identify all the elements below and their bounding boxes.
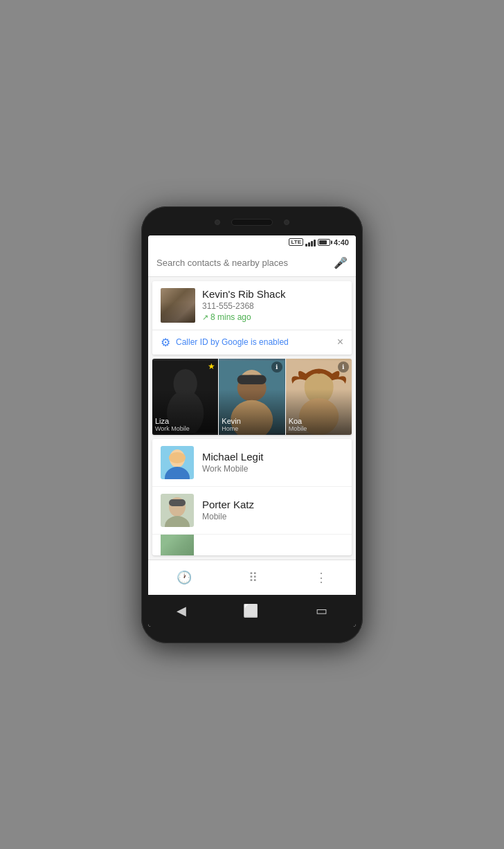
fav-type-kevin: Home bbox=[222, 425, 282, 432]
contact-name-porter: Porter Katz bbox=[202, 499, 343, 510]
recent-call-time: ↗ 8 mins ago bbox=[202, 312, 343, 322]
favorites-strip: Liza Work Mobile ★ bbox=[152, 359, 352, 435]
recent-call-name: Kevin's Rib Shack bbox=[202, 288, 343, 300]
info-badge-kevin[interactable]: ℹ bbox=[271, 361, 282, 373]
equalizer-icon: ⚙ bbox=[161, 336, 170, 349]
phone-device: LTE 4:40 🎤 bbox=[141, 206, 363, 643]
search-bar[interactable]: 🎤 bbox=[148, 249, 356, 277]
svg-rect-18 bbox=[169, 499, 186, 506]
contact-item-porter[interactable]: Porter Katz Mobile bbox=[152, 487, 352, 535]
favorite-item-kevin[interactable]: Kevin Home ℹ bbox=[219, 359, 285, 435]
info-badge-koa[interactable]: ℹ bbox=[338, 361, 349, 373]
caller-id-close-button[interactable]: × bbox=[337, 336, 343, 348]
fav-info-koa: Koa Mobile bbox=[289, 417, 349, 432]
favorite-item-liza[interactable]: Liza Work Mobile ★ bbox=[152, 359, 218, 435]
recent-call-row: Kevin's Rib Shack 311-555-2368 ↗ 8 mins … bbox=[152, 281, 352, 330]
signal-bar-4 bbox=[314, 240, 316, 247]
contact-info-porter: Porter Katz Mobile bbox=[202, 499, 343, 521]
home-button[interactable]: ⬜ bbox=[243, 603, 258, 618]
tab-dialpad[interactable]: ⠿ bbox=[235, 567, 271, 588]
recent-apps-button[interactable]: ▭ bbox=[316, 603, 327, 618]
speaker-grill bbox=[231, 219, 273, 226]
contact-avatar-placeholder bbox=[161, 535, 194, 555]
favorite-item-koa[interactable]: Koa Mobile ℹ bbox=[286, 359, 352, 435]
clock: 4:40 bbox=[334, 238, 349, 247]
status-icons: LTE 4:40 bbox=[289, 238, 349, 247]
back-button[interactable]: ◀ bbox=[177, 603, 186, 618]
fav-info-liza: Liza Work Mobile bbox=[155, 417, 215, 432]
fav-info-kevin: Kevin Home bbox=[222, 417, 282, 432]
contact-name-michael: Michael Legit bbox=[202, 451, 343, 463]
thumb-overlay bbox=[161, 288, 195, 323]
caller-id-left: ⚙ Caller ID by Google is enabled bbox=[161, 336, 289, 349]
caller-id-text: Caller ID by Google is enabled bbox=[176, 337, 289, 347]
michael-avatar-svg bbox=[161, 446, 194, 479]
mic-icon[interactable]: 🎤 bbox=[334, 256, 348, 269]
fav-name-koa: Koa bbox=[289, 417, 349, 425]
signal-bar-1 bbox=[305, 244, 307, 247]
svg-point-14 bbox=[169, 452, 186, 463]
recent-call-card[interactable]: Kevin's Rib Shack 311-555-2368 ↗ 8 mins … bbox=[152, 281, 352, 355]
caller-id-banner: ⚙ Caller ID by Google is enabled × bbox=[152, 330, 352, 355]
contact-avatar-michael bbox=[161, 446, 194, 479]
bottom-tab-bar: 🕐 ⠿ ⋮ bbox=[148, 560, 356, 595]
sensor bbox=[284, 220, 289, 225]
porter-avatar-svg bbox=[161, 494, 194, 527]
signal-bar-3 bbox=[311, 241, 313, 247]
recent-call-info: Kevin's Rib Shack 311-555-2368 ↗ 8 mins … bbox=[202, 288, 343, 322]
fav-type-koa: Mobile bbox=[289, 425, 349, 432]
contact-list: Michael Legit Work Mobile Porter Katz M bbox=[152, 439, 352, 555]
fav-name-liza: Liza bbox=[155, 417, 215, 425]
contact-info-michael: Michael Legit Work Mobile bbox=[202, 451, 343, 474]
status-bar: LTE 4:40 bbox=[148, 235, 356, 249]
phone-top-bar bbox=[148, 216, 356, 229]
battery-icon bbox=[318, 239, 330, 246]
contact-item-michael[interactable]: Michael Legit Work Mobile bbox=[152, 439, 352, 487]
contact-type-michael: Work Mobile bbox=[202, 464, 343, 474]
recent-call-thumbnail bbox=[161, 288, 195, 323]
star-icon: ★ bbox=[208, 361, 215, 371]
recent-time-text: 8 mins ago bbox=[210, 312, 251, 322]
signal-bar-2 bbox=[308, 242, 310, 247]
tab-recents[interactable]: 🕐 bbox=[163, 567, 206, 588]
contact-item-placeholder[interactable] bbox=[152, 535, 352, 555]
tab-more[interactable]: ⋮ bbox=[301, 567, 341, 588]
outgoing-arrow-icon: ↗ bbox=[202, 313, 208, 322]
lte-indicator: LTE bbox=[289, 238, 303, 246]
battery-fill bbox=[319, 240, 327, 244]
signal-strength bbox=[305, 238, 316, 247]
android-nav-bar: ◀ ⬜ ▭ bbox=[148, 595, 356, 627]
phone-screen: LTE 4:40 🎤 bbox=[148, 235, 356, 627]
contact-type-porter: Mobile bbox=[202, 512, 343, 521]
fav-type-liza: Work Mobile bbox=[155, 425, 215, 432]
front-camera bbox=[215, 220, 220, 225]
fav-name-kevin: Kevin bbox=[222, 417, 282, 425]
contact-avatar-porter bbox=[161, 494, 194, 527]
recent-call-phone: 311-555-2368 bbox=[202, 301, 343, 311]
search-input[interactable] bbox=[156, 258, 328, 268]
